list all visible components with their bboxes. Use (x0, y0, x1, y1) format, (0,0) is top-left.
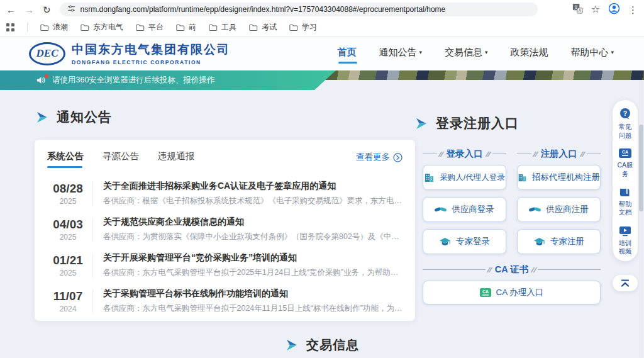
nav-item-policies[interactable]: 政策法规 (510, 47, 548, 61)
expert-register-button[interactable]: 专家注册 (517, 229, 601, 254)
chrome-menu-icon[interactable]: ⋮ (628, 5, 638, 14)
apps-grid-icon[interactable] (6, 23, 14, 31)
rail-item-ca-service[interactable]: CA CA服务 (617, 148, 633, 178)
notice-ribbon-text: 请使用360安全浏览器进行后续投标、报价操作 (52, 75, 214, 86)
notice-desc: 各供应商：东方电气采购管理平台拟于2024年11月15日上线“标书在线制作”功能… (103, 303, 402, 314)
slash-decoration (534, 152, 537, 157)
section-arrow-icon (286, 339, 298, 351)
notice-desc: 各供应商：根据《电子招标投标系统技术规范》《电子采购交易规范》要求，东方电气采购… (103, 196, 402, 206)
supplier-register-button[interactable]: 供应商注册 (517, 197, 601, 222)
browser-chrome: ← → ↻ nsrm.dongfang.com/platform/runtime… (0, 0, 644, 19)
collapse-to-top-button[interactable] (613, 275, 638, 291)
company-name-cn: 中国东方电气集团有限公司 (72, 42, 230, 58)
main-nav: 首页 通知公告▾ 交易信息▾ 政策法规 帮助中心▾ (337, 47, 644, 61)
divider (92, 254, 93, 277)
scrollbar-track[interactable] (639, 80, 643, 358)
divider (92, 182, 93, 206)
divider (92, 218, 93, 242)
notice-title: 关于规范供应商企业规模信息的通知 (103, 216, 402, 228)
nav-item-home[interactable]: 首页 (337, 47, 356, 61)
graduation-cap-icon (533, 237, 545, 247)
divider (27, 23, 28, 32)
tab-system-announcements[interactable]: 系统公告 (47, 150, 84, 168)
svg-text:CA: CA (482, 289, 489, 294)
quick-access-rail: ? 常见问题 CA CA服务 帮助文档 培训视频 (613, 100, 638, 261)
graduation-cap-icon (439, 237, 451, 247)
supplier-login-button[interactable]: 供应商登录 (423, 197, 506, 222)
tab-sourcing-announcements[interactable]: 寻源公告 (103, 150, 139, 168)
announcements-card: 系统公告 寻源公告 违规通报 查看更多 08/28 2025 关于全面推进非招标… (35, 140, 415, 321)
bookmark-folder[interactable]: 平台 (136, 22, 164, 33)
list-item[interactable]: 01/21 2025 关于开展采购管理平台“竞价采购业务”培训的通知 各供应商：… (47, 247, 402, 283)
buyer-agent-login-button[interactable]: 采购人/代理人登录 (423, 165, 506, 190)
chevron-down-icon: ▾ (485, 49, 488, 55)
notice-title: 关于开展采购管理平台“竞价采购业务”培训的通知 (103, 252, 402, 264)
tab-violation-reports[interactable]: 违规通报 (158, 150, 194, 168)
ca-processing-entry-button[interactable]: CA CA 办理入口 (423, 281, 601, 305)
notice-date: 04/03 2025 (47, 218, 89, 242)
dec-logo[interactable]: DEC (29, 42, 65, 65)
bookmark-folder[interactable]: 前 (176, 22, 196, 33)
folder-icon (176, 24, 185, 31)
translate-icon[interactable]: 文A (572, 3, 583, 16)
site-header: DEC 中国东方电气集团有限公司 DONGFANG ELECTRIC CORPO… (0, 36, 644, 70)
address-bar[interactable]: nsrm.dongfang.com/platform/runtime/epp/d… (60, 3, 538, 16)
rail-item-help-docs[interactable]: 帮助文档 (617, 187, 633, 217)
building-icon (424, 172, 435, 183)
slash-decoration (440, 152, 443, 157)
video-icon (619, 226, 631, 237)
folder-icon (289, 24, 298, 31)
ca-card-icon: CA (619, 148, 631, 159)
bookmark-folder[interactable]: 工具 (209, 22, 236, 33)
collapse-up-icon (619, 279, 631, 287)
section-arrow-icon (36, 111, 48, 123)
chevron-down-icon: ▾ (419, 49, 422, 55)
forward-icon[interactable]: → (25, 5, 34, 14)
folder-icon (209, 24, 218, 31)
notice-date: 11/07 2024 (47, 289, 89, 313)
login-register-buttons: 采购人/代理人登录 招标代理机构注册 供应商登录 供应商注册 专家登录 专家注册 (423, 165, 601, 254)
notice-date: 01/21 2025 (47, 254, 89, 277)
notice-date: 08/28 2025 (47, 182, 89, 206)
company-name: 中国东方电气集团有限公司 DONGFANG ELECTRIC CORPORATI… (72, 42, 230, 65)
slash-decoration (581, 152, 584, 157)
url-text: nsrm.dongfang.com/platform/runtime/epp/d… (80, 5, 446, 14)
bookmark-folder[interactable]: 学习 (289, 22, 317, 33)
list-item[interactable]: 11/07 2024 关于采购管理平台标书在线制作功能培训的通知 各供应商：东方… (47, 283, 402, 319)
bookmark-star-icon[interactable]: ☆ (591, 4, 600, 14)
nav-item-announcements[interactable]: 通知公告▾ (379, 47, 422, 61)
login-entry-header: 登录入口 (423, 148, 506, 160)
section-arrow-icon (416, 118, 428, 130)
list-item[interactable]: 04/03 2025 关于规范供应商企业规模信息的通知 各供应商：为贯彻落实《保… (47, 211, 402, 247)
nav-item-help-center[interactable]: 帮助中心▾ (570, 47, 614, 61)
rail-item-training-videos[interactable]: 培训视频 (617, 226, 633, 256)
scrollbar-thumb[interactable] (639, 125, 643, 211)
handshake-icon (435, 205, 447, 214)
svg-text:CA: CA (622, 150, 628, 154)
list-item[interactable]: 08/28 2025 关于全面推进非招标采购业务CA认证及电子签章应用的通知 各… (47, 176, 402, 211)
slash-decoration (532, 267, 535, 272)
slash-decoration (487, 152, 490, 157)
bookmark-folder[interactable]: 考试 (249, 22, 277, 33)
nav-item-trade-info[interactable]: 交易信息▾ (445, 47, 488, 61)
back-icon[interactable]: ← (6, 5, 16, 14)
announcements-heading: 通知公告 (36, 108, 112, 126)
bookmark-folder[interactable]: 东方电气 (80, 22, 123, 33)
section-title: 交易信息 (306, 337, 359, 354)
site-info-icon[interactable] (67, 4, 75, 15)
building-icon (518, 172, 527, 183)
profile-avatar-icon[interactable] (608, 3, 620, 17)
chevron-down-icon: ▾ (611, 49, 614, 55)
view-more-link[interactable]: 查看更多 (356, 152, 402, 167)
ca-certificate-header: CA 证书 (423, 264, 601, 276)
expert-login-button[interactable]: 专家登录 (423, 229, 506, 254)
reload-icon[interactable]: ↻ (43, 5, 51, 14)
notice-desc: 各供应商：为贯彻落实《保障中小企业款项支付条例》（国务院令第802号）及《中小企… (103, 232, 402, 242)
bidding-agency-register-button[interactable]: 招标代理机构注册 (517, 165, 601, 190)
section-title: 登录注册入口 (436, 115, 519, 132)
bookmark-folder[interactable]: 浪潮 (40, 22, 68, 33)
notice-title: 关于全面推进非招标采购业务CA认证及电子签章应用的通知 (103, 181, 402, 192)
rail-item-faq[interactable]: ? 常见问题 (617, 108, 633, 140)
speaker-icon (36, 76, 47, 86)
browser-notice-ribbon: 请使用360安全浏览器进行后续投标、报价操作 (0, 70, 336, 90)
